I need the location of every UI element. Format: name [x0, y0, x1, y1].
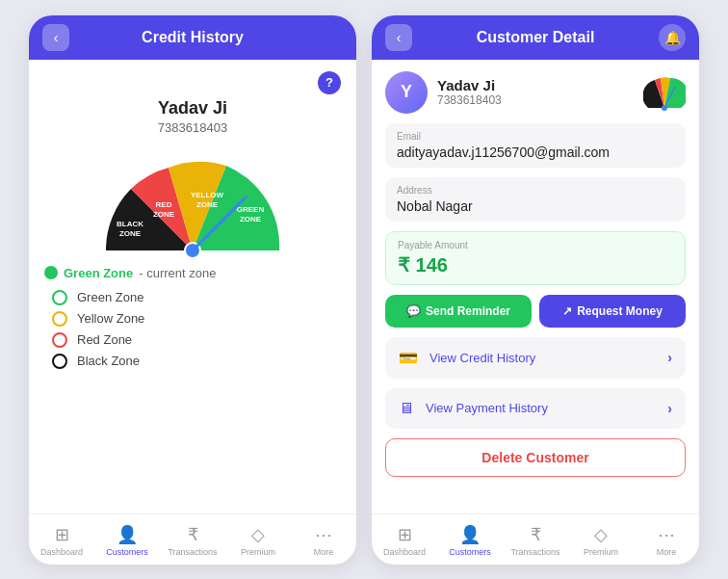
red-zone-label: Red Zone — [77, 332, 132, 347]
svg-text:GREEN: GREEN — [237, 205, 265, 214]
customer-detail-header: ‹ Customer Detail 🔔 — [372, 15, 699, 60]
right-nav-customers[interactable]: 👤 Customers — [437, 520, 503, 561]
view-credit-history-button[interactable]: 💳 View Credit History › — [385, 337, 686, 379]
delete-customer-button[interactable]: Delete Customer — [385, 438, 686, 477]
dashboard-icon: ⊞ — [55, 524, 69, 545]
black-zone-label: Black Zone — [77, 354, 140, 368]
left-bottom-nav: ⊞ Dashboard 👤 Customers ₹ Transactions ◇… — [29, 513, 356, 565]
credit-gauge: BLACK ZONE RED ZONE YELLOW ZONE GREEN ZO… — [44, 145, 341, 260]
customer-info: Yadav Ji 7383618403 — [437, 77, 634, 107]
right-customers-label: Customers — [449, 547, 491, 557]
user-phone: 7383618403 — [44, 120, 341, 135]
customer-detail-card: ‹ Customer Detail 🔔 Y Yadav Ji 738361840… — [372, 15, 699, 565]
svg-text:YELLOW: YELLOW — [191, 191, 224, 199]
customer-detail-title: Customer Detail — [477, 29, 595, 46]
current-zone-dot — [44, 266, 58, 279]
transactions-label: Transactions — [168, 547, 217, 557]
email-value: adityayadav.j11256700@gmail.com — [397, 145, 674, 160]
right-transactions-icon: ₹ — [531, 524, 541, 545]
customer-back-button[interactable]: ‹ — [385, 24, 412, 51]
view-payment-history-button[interactable]: 🖥 View Payment History › — [385, 388, 686, 429]
svg-text:RED: RED — [156, 200, 172, 209]
notification-bell[interactable]: 🔔 — [659, 24, 686, 51]
user-name: Yadav Ji — [44, 98, 341, 118]
right-nav-transactions[interactable]: ₹ Transactions — [503, 520, 568, 561]
whatsapp-icon: 💬 — [406, 304, 421, 318]
customers-label: Customers — [106, 547, 148, 557]
zone-list: Green Zone Yellow Zone Red Zone Black Zo… — [44, 290, 341, 369]
right-premium-icon: ◇ — [594, 524, 608, 545]
credit-history-label: View Credit History — [429, 351, 656, 365]
green-zone-label: Green Zone — [77, 290, 143, 304]
right-nav-dashboard[interactable]: ⊞ Dashboard — [372, 520, 437, 561]
right-transactions-label: Transactions — [510, 547, 559, 557]
right-premium-label: Premium — [584, 547, 618, 557]
right-bottom-nav: ⊞ Dashboard 👤 Customers ₹ Transactions ◇… — [372, 513, 699, 565]
nav-dashboard[interactable]: ⊞ Dashboard — [29, 520, 94, 561]
right-more-label: More — [657, 547, 677, 557]
yellow-zone-label: Yellow Zone — [77, 311, 144, 326]
send-reminder-button[interactable]: 💬 Send Reminder — [385, 295, 532, 328]
credit-gauge-indicator — [643, 71, 686, 114]
email-card: Email adityayadav.j11256700@gmail.com — [385, 123, 686, 168]
dashboard-label: Dashboard — [40, 547, 83, 557]
address-label: Address — [397, 185, 674, 196]
right-content: Y Yadav Ji 7383618403 Email adityayadav.… — [372, 60, 699, 513]
zone-item-black: Black Zone — [52, 354, 341, 369]
payable-label: Payable Amount — [398, 240, 673, 250]
right-nav-more[interactable]: ⋯ More — [634, 520, 699, 561]
zone-item-yellow: Yellow Zone — [52, 311, 341, 327]
customers-icon: 👤 — [117, 524, 138, 545]
red-zone-icon — [52, 332, 67, 348]
current-zone-text: - current zone — [139, 266, 216, 280]
credit-card-icon: 💳 — [399, 349, 418, 367]
svg-text:ZONE: ZONE — [153, 210, 175, 219]
credit-history-title: Credit History — [142, 29, 244, 46]
request-icon: ↗ — [562, 304, 572, 318]
credit-history-card: ‹ Credit History ? Yadav Ji 7383618403 B… — [29, 15, 356, 565]
right-dashboard-icon: ⊞ — [398, 524, 412, 545]
email-label: Email — [397, 131, 674, 142]
payment-icon: 🖥 — [399, 400, 414, 417]
nav-transactions[interactable]: ₹ Transactions — [160, 520, 225, 561]
address-value: Nobal Nagar — [397, 198, 674, 214]
help-button[interactable]: ? — [318, 71, 341, 94]
left-content: ? Yadav Ji 7383618403 BLACK ZONE RED ZON… — [29, 60, 356, 513]
green-zone-icon — [52, 290, 67, 305]
payment-arrow-icon: › — [667, 401, 672, 416]
right-dashboard-label: Dashboard — [383, 547, 426, 557]
nav-premium[interactable]: ◇ Premium — [225, 520, 291, 561]
payable-card: Payable Amount ₹ 146 — [385, 231, 686, 285]
customer-phone-display: 7383618403 — [437, 93, 634, 107]
delete-label: Delete Customer — [481, 450, 588, 465]
right-customers-icon: 👤 — [459, 524, 481, 545]
yellow-zone-icon — [52, 311, 67, 327]
back-button[interactable]: ‹ — [42, 24, 69, 51]
payment-history-label: View Payment History — [426, 401, 656, 415]
nav-customers[interactable]: 👤 Customers — [94, 520, 160, 561]
right-nav-premium[interactable]: ◇ Premium — [568, 520, 634, 561]
premium-icon: ◇ — [251, 524, 265, 545]
transactions-icon: ₹ — [188, 524, 198, 545]
customer-header: Y Yadav Ji 7383618403 — [385, 71, 686, 114]
zone-item-red: Red Zone — [52, 332, 341, 348]
zone-item-green: Green Zone — [52, 290, 341, 305]
svg-text:BLACK: BLACK — [117, 220, 143, 228]
more-label: More — [314, 547, 334, 557]
current-zone: Green Zone - current zone — [44, 266, 341, 280]
svg-text:ZONE: ZONE — [240, 215, 262, 224]
premium-label: Premium — [241, 547, 275, 557]
customer-name: Yadav Ji — [437, 77, 634, 93]
customer-avatar: Y — [385, 71, 428, 114]
more-icon: ⋯ — [315, 524, 332, 545]
black-zone-icon — [52, 354, 67, 369]
action-buttons: 💬 Send Reminder ↗ Request Money — [385, 295, 686, 328]
credit-arrow-icon: › — [667, 350, 672, 365]
gauge-svg: BLACK ZONE RED ZONE YELLOW ZONE GREEN ZO… — [87, 145, 299, 260]
nav-more[interactable]: ⋯ More — [291, 520, 356, 561]
request-money-button[interactable]: ↗ Request Money — [539, 295, 686, 328]
svg-text:ZONE: ZONE — [119, 229, 142, 238]
payable-amount: ₹ 146 — [398, 253, 673, 276]
current-zone-label: Green Zone — [64, 266, 133, 280]
svg-text:ZONE: ZONE — [196, 200, 219, 209]
